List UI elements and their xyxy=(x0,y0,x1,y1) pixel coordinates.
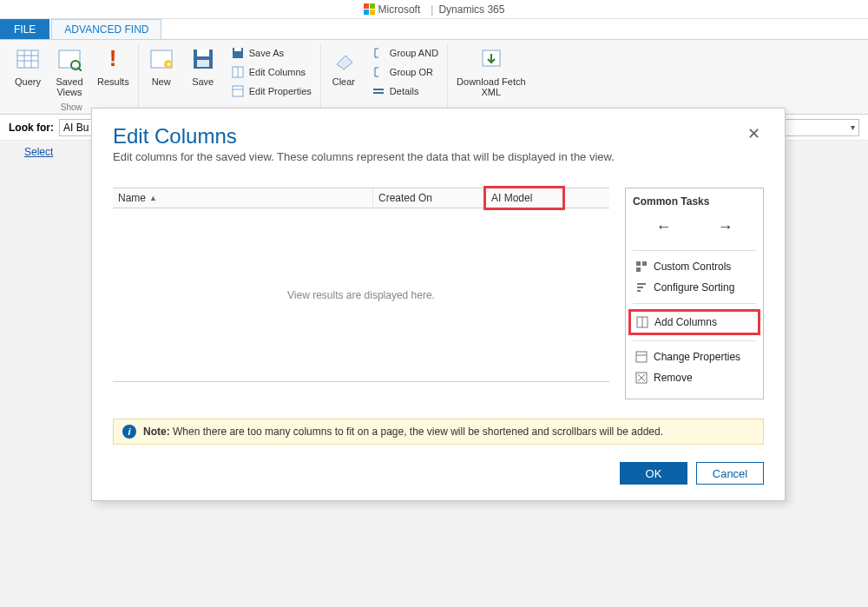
bracket-icon xyxy=(372,65,385,79)
edit-properties-icon xyxy=(231,84,245,98)
task-change-properties-label: Change Properties xyxy=(654,351,740,363)
svg-line-7 xyxy=(78,68,82,71)
task-change-properties[interactable]: Change Properties xyxy=(633,346,756,367)
new-label: New xyxy=(152,76,171,87)
tab-file[interactable]: FILE xyxy=(0,19,49,39)
select-link[interactable]: Select xyxy=(24,146,53,158)
sort-icon xyxy=(635,280,648,294)
controls-icon xyxy=(635,260,648,274)
brand-bar: Microsoft | Dynamics 365 xyxy=(0,0,868,19)
edit-columns-button[interactable]: Edit Columns xyxy=(227,64,315,80)
table-icon xyxy=(14,45,42,73)
group-and-label: Group AND xyxy=(390,48,438,58)
common-tasks-panel: Common Tasks ← → Custom Controls Configu… xyxy=(625,188,764,399)
dialog-title: Edit Columns xyxy=(113,124,615,148)
columns-table-header: Name ▲ Created On AI Model xyxy=(113,188,609,208)
properties-icon xyxy=(635,350,648,364)
new-button[interactable]: ✶ New xyxy=(144,43,179,101)
brand-product: Dynamics 365 xyxy=(438,3,504,16)
add-columns-icon xyxy=(635,315,649,329)
look-for-dropdown[interactable]: AI Bu xyxy=(59,119,94,136)
edit-properties-button[interactable]: Edit Properties xyxy=(227,83,315,99)
brand-company: Microsoft xyxy=(378,3,421,16)
saved-views-button[interactable]: Saved Views xyxy=(52,43,87,101)
svg-rect-30 xyxy=(637,290,641,292)
close-button[interactable]: ✕ xyxy=(744,124,764,143)
tab-strip: FILE ADVANCED FIND xyxy=(0,19,868,40)
svg-rect-26 xyxy=(642,261,647,266)
edit-columns-dialog: Edit Columns Edit columns for the saved … xyxy=(91,108,786,501)
saved-views-icon xyxy=(56,45,83,73)
note-text: When there are too many columns to fit o… xyxy=(173,426,663,438)
svg-text:✶: ✶ xyxy=(165,61,171,69)
brand-separator: | xyxy=(431,3,433,16)
query-button[interactable]: Query xyxy=(10,43,45,101)
column-header-name[interactable]: Name ▲ xyxy=(113,188,373,208)
svg-rect-29 xyxy=(637,287,643,288)
task-add-columns[interactable]: Add Columns xyxy=(628,309,760,335)
arrow-right-icon: → xyxy=(709,216,742,237)
clear-label: Clear xyxy=(332,76,355,87)
common-tasks-heading: Common Tasks xyxy=(633,195,756,208)
cancel-button[interactable]: Cancel xyxy=(696,462,764,485)
svg-rect-5 xyxy=(59,50,80,68)
info-icon: i xyxy=(122,425,136,439)
table-empty-message: View results are displayed here. xyxy=(113,208,609,382)
group-or-button[interactable]: Group OR xyxy=(368,64,442,80)
edit-columns-icon xyxy=(231,65,245,79)
svg-rect-16 xyxy=(234,48,241,51)
new-icon: ✶ xyxy=(148,45,175,73)
note-bar: i Note: When there are too many columns … xyxy=(113,419,764,445)
task-remove-label: Remove xyxy=(654,372,693,384)
view-dropdown[interactable]: ▾ xyxy=(781,119,859,136)
save-button[interactable]: Save xyxy=(186,43,220,101)
sort-ascending-icon: ▲ xyxy=(149,194,157,202)
svg-rect-28 xyxy=(637,283,646,285)
details-button[interactable]: Details xyxy=(368,83,442,99)
bracket-icon xyxy=(372,46,385,60)
svg-rect-22 xyxy=(373,89,384,90)
ribbon-group-query: Clear Group AND Group OR Details xyxy=(321,43,448,114)
download-fetch-xml-label: Download Fetch XML xyxy=(457,76,526,97)
look-for-label: Look for: xyxy=(9,122,54,134)
microsoft-logo: Microsoft xyxy=(364,3,421,16)
svg-rect-0 xyxy=(17,50,38,68)
svg-rect-14 xyxy=(197,60,209,67)
download-fetch-xml-button[interactable]: Download Fetch XML xyxy=(453,43,529,101)
remove-icon xyxy=(635,371,648,385)
dialog-subtitle: Edit columns for the saved view. These c… xyxy=(113,150,615,163)
task-configure-sorting[interactable]: Configure Sorting xyxy=(633,277,756,298)
ok-button[interactable]: OK xyxy=(620,462,687,485)
ribbon: Query Saved Views ! Results Show ✶ xyxy=(0,40,868,115)
saved-views-label: Saved Views xyxy=(56,76,82,97)
svg-marker-21 xyxy=(337,56,352,69)
column-header-name-label: Name xyxy=(118,192,146,204)
edit-columns-label: Edit Columns xyxy=(249,67,306,77)
group-and-button[interactable]: Group AND xyxy=(368,45,442,61)
column-header-created-on[interactable]: Created On xyxy=(373,188,484,208)
svg-text:!: ! xyxy=(109,47,117,71)
column-header-ai-model[interactable]: AI Model xyxy=(483,186,565,210)
svg-rect-27 xyxy=(636,267,641,272)
results-button[interactable]: ! Results xyxy=(94,43,133,101)
task-custom-controls[interactable]: Custom Controls xyxy=(633,256,756,277)
svg-rect-25 xyxy=(636,261,641,266)
save-as-button[interactable]: Save As xyxy=(227,45,315,61)
task-configure-sorting-label: Configure Sorting xyxy=(654,281,734,294)
save-as-label: Save As xyxy=(249,48,284,58)
svg-rect-23 xyxy=(373,92,384,94)
move-left-button[interactable]: ← xyxy=(639,216,689,238)
arrow-left-icon: ← xyxy=(648,216,681,237)
eraser-icon xyxy=(330,45,358,73)
download-icon xyxy=(477,45,505,73)
svg-rect-19 xyxy=(233,86,243,96)
edit-properties-label: Edit Properties xyxy=(249,86,312,96)
ribbon-group-show-label: Show xyxy=(61,102,82,112)
details-label: Details xyxy=(390,86,419,96)
details-icon xyxy=(372,84,385,98)
ribbon-group-fetch: Download Fetch XML xyxy=(448,43,535,114)
tab-advanced-find[interactable]: ADVANCED FIND xyxy=(51,19,161,39)
clear-button[interactable]: Clear xyxy=(326,43,361,101)
move-right-button[interactable]: → xyxy=(700,216,751,238)
task-remove[interactable]: Remove xyxy=(633,367,756,388)
